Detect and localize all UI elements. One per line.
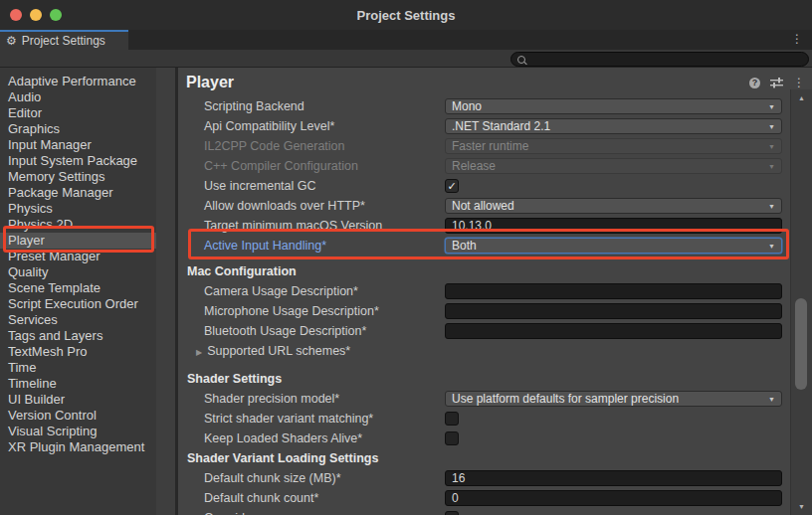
dropdown-value: .NET Standard 2.1	[452, 119, 550, 133]
dropdown-scripting-backend[interactable]: Mono▼	[445, 98, 782, 114]
setting-row-scripting-backend: Scripting BackendMono▼	[178, 96, 790, 116]
main-panel: Player Scripting BackendMono▼Api Compati…	[178, 68, 790, 515]
checkbox-override[interactable]	[445, 511, 459, 515]
setting-control-cell: 16	[445, 470, 782, 486]
setting-row-camera-usage-description: Camera Usage Description*	[178, 281, 790, 301]
sidebar-item-quality[interactable]: Quality	[0, 264, 156, 280]
dropdown-arrow-icon: ▼	[762, 123, 775, 130]
sidebar-item-script-execution-order[interactable]: Script Execution Order	[0, 296, 156, 312]
kebab-menu-icon[interactable]: ⋮	[793, 77, 805, 88]
setting-row-il2cpp-code-generation: IL2CPP Code GenerationFaster runtime▼	[178, 136, 790, 156]
setting-row-default-chunk-count: Default chunk count*0	[178, 488, 790, 508]
scrollbar[interactable]: ▲ ▼	[790, 89, 812, 515]
sidebar-item-physics-2d[interactable]: Physics 2D	[0, 217, 156, 233]
help-icon[interactable]: ?	[749, 78, 760, 88]
tab-kebab-menu-icon[interactable]: ⋮	[791, 33, 803, 45]
setting-row-keep-loaded-shaders-alive: Keep Loaded Shaders Alive*	[178, 429, 790, 448]
dropdown-arrow-icon: ▼	[762, 143, 775, 150]
dropdown-shader-precision-model[interactable]: Use platform defaults for sampler precis…	[445, 391, 782, 407]
setting-row-target-minimum-macos-version: Target minimum macOS Version10.13.0	[178, 216, 790, 236]
textfield-default-chunk-count[interactable]: 0	[445, 490, 782, 506]
window-title: Project Settings	[0, 8, 812, 23]
dropdown-c-compiler-configuration: Release▼	[445, 158, 782, 174]
sidebar-item-visual-scripting[interactable]: Visual Scripting	[0, 424, 156, 439]
setting-control-cell	[445, 431, 782, 445]
dropdown-active-input-handling[interactable]: Both▼	[445, 238, 782, 254]
sidebar-item-memory-settings[interactable]: Memory Settings	[0, 169, 156, 185]
setting-label-supported-url-schemes: ▶Supported URL schemes*	[178, 344, 445, 358]
tab-bar: ⚙ Project Settings ⋮	[0, 30, 812, 50]
sidebar-item-input-manager[interactable]: Input Manager	[0, 137, 156, 153]
sidebar-item-input-system-package[interactable]: Input System Package	[0, 153, 156, 169]
sidebar-item-xr-plugin-management[interactable]: XR Plugin Management	[0, 439, 156, 455]
checkbox-use-incremental-gc[interactable]: ✓	[445, 179, 459, 193]
foldout-arrow-icon[interactable]: ▶	[196, 348, 202, 357]
sidebar-item-services[interactable]: Services	[0, 312, 156, 328]
checkbox-strict-shader-variant-matching[interactable]	[445, 412, 459, 426]
textfield-bluetooth-usage-description[interactable]	[445, 323, 782, 339]
toolbar	[0, 50, 812, 68]
setting-row-default-chunk-size-mb: Default chunk size (MB)*16	[178, 468, 790, 488]
scroll-down-icon[interactable]: ▼	[791, 503, 812, 510]
setting-label-keep-loaded-shaders-alive: Keep Loaded Shaders Alive*	[178, 431, 445, 445]
setting-label-microphone-usage-description: Microphone Usage Description*	[178, 304, 445, 318]
setting-row-microphone-usage-description: Microphone Usage Description*	[178, 301, 790, 321]
setting-control-cell: ✓	[445, 179, 782, 193]
dropdown-value: Faster runtime	[452, 139, 528, 153]
sidebar-item-player[interactable]: Player	[0, 233, 156, 249]
setting-row-use-incremental-gc: Use incremental GC✓	[178, 176, 790, 196]
preset-sliders-icon[interactable]	[770, 77, 783, 88]
sidebar-item-scene-template[interactable]: Scene Template	[0, 280, 156, 296]
setting-label-override: Override	[178, 511, 445, 515]
textfield-camera-usage-description[interactable]	[445, 283, 782, 299]
scroll-up-icon[interactable]: ▲	[791, 94, 812, 101]
close-window-button[interactable]	[10, 9, 22, 21]
sidebar-item-ui-builder[interactable]: UI Builder	[0, 392, 156, 408]
setting-label-c-compiler-configuration: C++ Compiler Configuration	[178, 159, 445, 173]
dropdown-api-compatibility-level[interactable]: .NET Standard 2.1▼	[445, 118, 782, 134]
search-icon	[517, 56, 525, 64]
sidebar-item-graphics[interactable]: Graphics	[0, 121, 156, 137]
search-input[interactable]	[525, 54, 808, 66]
sidebar: Adaptive PerformanceAudioEditorGraphicsI…	[0, 68, 156, 515]
textfield-default-chunk-size-mb[interactable]: 16	[445, 470, 782, 486]
page-title: Player	[186, 74, 234, 91]
sidebar-item-textmesh-pro[interactable]: TextMesh Pro	[0, 344, 156, 360]
sidebar-item-audio[interactable]: Audio	[0, 89, 156, 105]
dropdown-arrow-icon: ▼	[762, 243, 775, 250]
sidebar-item-adaptive-performance[interactable]: Adaptive Performance	[0, 74, 156, 89]
dropdown-value: Both	[452, 239, 477, 253]
setting-row-supported-url-schemes: ▶Supported URL schemes*	[178, 341, 790, 361]
dropdown-arrow-icon: ▼	[762, 203, 775, 210]
setting-label-active-input-handling: Active Input Handling*	[178, 239, 445, 253]
scrollbar-thumb[interactable]	[795, 298, 807, 390]
textfield-target-minimum-macos-version[interactable]: 10.13.0	[445, 218, 782, 234]
setting-control-cell: 0	[445, 490, 782, 506]
minimize-window-button[interactable]	[30, 9, 42, 21]
dropdown-arrow-icon: ▼	[762, 163, 775, 170]
gear-icon: ⚙	[6, 35, 17, 47]
title-bar: Project Settings	[0, 0, 812, 31]
dropdown-allow-downloads-over-http[interactable]: Not allowed▼	[445, 198, 782, 214]
sidebar-item-preset-manager[interactable]: Preset Manager	[0, 249, 156, 264]
sidebar-item-editor[interactable]: Editor	[0, 105, 156, 121]
textfield-microphone-usage-description[interactable]	[445, 303, 782, 319]
dropdown-arrow-icon: ▼	[762, 396, 775, 403]
checkbox-keep-loaded-shaders-alive[interactable]	[445, 431, 459, 445]
settings-rows: Scripting BackendMono▼Api Compatibility …	[178, 96, 790, 515]
setting-label-default-chunk-size-mb: Default chunk size (MB)*	[178, 471, 445, 485]
sidebar-item-physics[interactable]: Physics	[0, 201, 156, 217]
sidebar-item-version-control[interactable]: Version Control	[0, 408, 156, 424]
sidebar-item-time[interactable]: Time	[0, 360, 156, 376]
zoom-window-button[interactable]	[50, 9, 62, 21]
sidebar-item-timeline[interactable]: Timeline	[0, 376, 156, 392]
setting-label-strict-shader-variant-matching: Strict shader variant matching*	[178, 412, 445, 426]
sidebar-item-package-manager[interactable]: Package Manager	[0, 185, 156, 201]
sidebar-item-tags-and-layers[interactable]: Tags and Layers	[0, 328, 156, 344]
search-box[interactable]	[510, 52, 809, 67]
setting-control-cell: Use platform defaults for sampler precis…	[445, 391, 782, 407]
dropdown-value: Release	[452, 159, 496, 173]
tab-project-settings[interactable]: ⚙ Project Settings	[0, 30, 128, 50]
setting-label-il2cpp-code-generation: IL2CPP Code Generation	[178, 139, 445, 153]
setting-label-api-compatibility-level: Api Compatibility Level*	[178, 119, 445, 133]
